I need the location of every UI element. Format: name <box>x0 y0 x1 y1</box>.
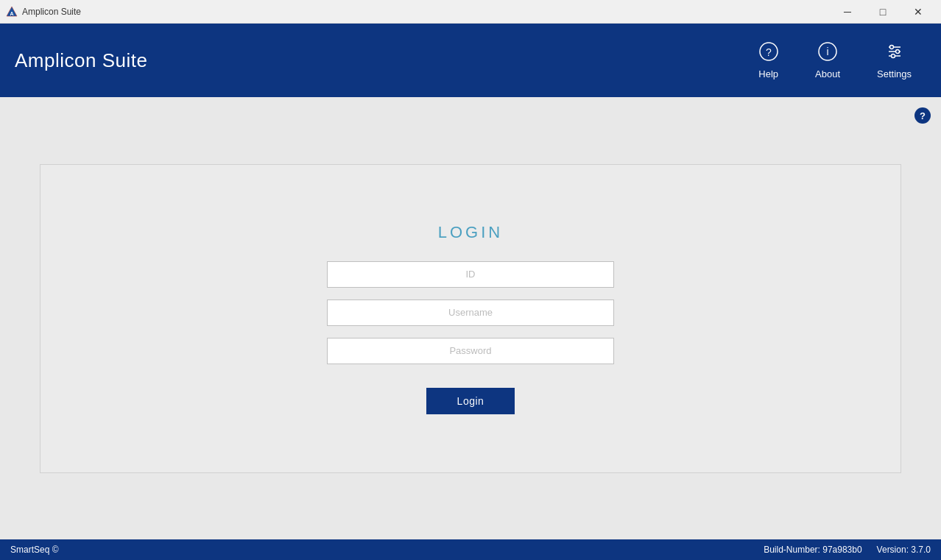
id-input[interactable] <box>327 261 614 288</box>
help-icon: ? <box>759 42 778 64</box>
help-corner-icon: ? <box>920 110 926 121</box>
minimize-button[interactable]: ─ <box>831 0 864 24</box>
nav-about[interactable]: i About <box>800 36 855 85</box>
title-bar-title: Amplicon Suite <box>22 7 81 17</box>
svg-point-11 <box>891 54 895 57</box>
status-left: SmartSeq © <box>10 545 59 555</box>
settings-icon <box>885 42 904 64</box>
header: Amplicon Suite ? Help i About <box>0 24 941 97</box>
password-input[interactable] <box>327 338 614 364</box>
svg-text:i: i <box>826 46 828 57</box>
svg-point-10 <box>895 49 899 53</box>
status-bar: SmartSeq © Build-Number: 97a983b0 Versio… <box>0 539 941 560</box>
settings-label: Settings <box>877 68 912 79</box>
app-title: Amplicon Suite <box>15 49 744 72</box>
maximize-button[interactable]: □ <box>866 0 900 24</box>
svg-point-9 <box>889 45 893 49</box>
login-button[interactable]: Login <box>426 388 515 414</box>
nav-help[interactable]: ? Help <box>744 36 793 85</box>
header-nav: ? Help i About <box>744 36 926 85</box>
title-bar: A Amplicon Suite ─ □ ✕ <box>0 0 941 24</box>
main-content: ? LOGIN Login <box>0 97 941 539</box>
login-title: LOGIN <box>438 223 503 242</box>
app-icon: A <box>6 6 18 18</box>
version: Version: 3.7.0 <box>877 545 931 555</box>
nav-settings[interactable]: Settings <box>862 36 926 85</box>
help-corner-button[interactable]: ? <box>914 107 931 124</box>
login-card: LOGIN Login <box>40 164 901 473</box>
svg-text:A: A <box>10 11 13 16</box>
about-icon: i <box>818 42 837 64</box>
title-bar-controls: ─ □ ✕ <box>831 0 935 24</box>
build-number: Build-Number: 97a983b0 <box>764 545 861 555</box>
status-right: Build-Number: 97a983b0 Version: 3.7.0 <box>764 545 931 555</box>
about-label: About <box>815 68 840 79</box>
username-input[interactable] <box>327 300 614 326</box>
help-label: Help <box>758 68 778 79</box>
svg-text:?: ? <box>766 46 772 58</box>
close-button[interactable]: ✕ <box>901 0 935 24</box>
title-bar-left: A Amplicon Suite <box>6 6 81 18</box>
